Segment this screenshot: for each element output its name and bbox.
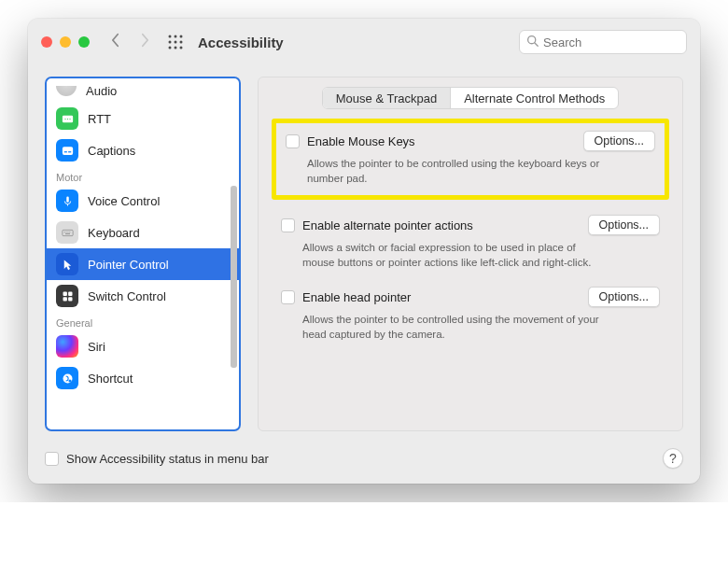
svg-rect-18	[66, 196, 69, 202]
sidebar-group-motor: Motor	[47, 166, 239, 185]
svg-rect-25	[65, 233, 70, 234]
scrollbar-thumb[interactable]	[231, 186, 237, 368]
enable-alternate-pointer-checkbox[interactable]	[281, 218, 295, 232]
enable-mouse-keys-label: Enable Mouse Keys	[307, 134, 576, 148]
back-button[interactable]	[106, 33, 123, 52]
sidebar-item-keyboard[interactable]: Keyboard	[47, 217, 239, 248]
alternate-pointer-description: Allows a switch or facial expression to …	[302, 240, 601, 270]
zoom-button[interactable]	[78, 36, 90, 48]
sidebar-item-label: Keyboard	[88, 226, 140, 240]
svg-rect-27	[68, 291, 72, 295]
svg-rect-26	[63, 291, 66, 295]
sidebar-item-voice-control[interactable]: Voice Control	[47, 185, 239, 217]
sidebar-item-audio[interactable]: Audio	[47, 78, 239, 103]
alternate-pointer-block: Enable alternate pointer actions Options…	[272, 207, 669, 279]
sidebar-item-label: Audio	[86, 84, 117, 98]
sidebar[interactable]: Audio RTT Captions Motor	[45, 77, 241, 431]
window-title: Accessibility	[198, 35, 284, 50]
switch-control-icon	[56, 285, 78, 307]
enable-head-pointer-checkbox[interactable]	[281, 290, 295, 304]
svg-point-8	[180, 47, 183, 49]
voice-control-icon	[56, 190, 78, 212]
rtt-icon	[56, 107, 78, 130]
svg-rect-23	[67, 232, 68, 232]
help-button[interactable]: ?	[663, 448, 683, 469]
svg-rect-29	[68, 297, 72, 301]
minimize-button[interactable]	[60, 36, 71, 48]
svg-line-10	[535, 43, 538, 46]
titlebar: Accessibility	[28, 19, 700, 65]
svg-rect-17	[68, 151, 71, 152]
svg-rect-28	[63, 297, 66, 301]
sidebar-item-label: Captions	[88, 144, 135, 158]
enable-alternate-pointer-label: Enable alternate pointer actions	[302, 218, 581, 232]
sidebar-item-label: Siri	[88, 340, 105, 354]
alternate-pointer-options-button[interactable]: Options...	[588, 215, 661, 235]
audio-icon	[56, 86, 77, 96]
sidebar-item-label: RTT	[88, 112, 111, 126]
show-accessibility-status-checkbox[interactable]	[45, 452, 59, 466]
svg-point-3	[169, 41, 172, 44]
show-all-icon[interactable]	[168, 35, 183, 49]
enable-mouse-keys-checkbox[interactable]	[286, 134, 300, 148]
svg-point-1	[175, 35, 177, 38]
svg-rect-22	[65, 232, 66, 232]
svg-point-5	[180, 41, 183, 44]
tab-segmented-control: Mouse & Trackpad Alternate Control Metho…	[272, 87, 669, 109]
sidebar-item-label: Switch Control	[88, 289, 166, 303]
svg-point-4	[175, 41, 177, 44]
preferences-window: Accessibility Audio RTT	[28, 19, 700, 484]
siri-icon	[56, 335, 78, 358]
captions-icon	[56, 139, 78, 162]
pointer-control-icon	[56, 253, 78, 275]
bottom-bar: Show Accessibility status in menu bar ?	[28, 441, 700, 484]
svg-point-31	[68, 379, 71, 382]
sidebar-item-shortcut[interactable]: Shortcut	[47, 362, 239, 394]
sidebar-item-siri[interactable]: Siri	[47, 330, 239, 362]
window-controls	[41, 36, 90, 48]
svg-point-13	[66, 118, 67, 119]
search-field[interactable]	[519, 30, 687, 54]
show-accessibility-status-label: Show Accessibility status in menu bar	[66, 452, 269, 466]
sidebar-item-rtt[interactable]: RTT	[47, 103, 239, 134]
svg-point-7	[175, 47, 177, 49]
sidebar-group-general: General	[47, 312, 239, 330]
sidebar-item-switch-control[interactable]: Switch Control	[47, 280, 239, 312]
svg-rect-21	[63, 232, 64, 232]
tab-alternate-control-methods[interactable]: Alternate Control Methods	[450, 88, 618, 108]
sidebar-item-label: Shortcut	[88, 372, 133, 386]
svg-rect-24	[69, 232, 70, 232]
content: Audio RTT Captions Motor	[28, 65, 700, 441]
keyboard-icon	[56, 221, 78, 244]
mouse-keys-options-button[interactable]: Options...	[583, 131, 656, 151]
tab-mouse-trackpad[interactable]: Mouse & Trackpad	[323, 88, 450, 108]
svg-point-6	[169, 47, 172, 49]
svg-rect-20	[62, 230, 72, 235]
forward-button[interactable]	[136, 33, 153, 52]
sidebar-item-label: Voice Control	[88, 194, 160, 208]
head-pointer-block: Enable head pointer Options... Allows th…	[272, 279, 669, 351]
svg-point-12	[64, 118, 65, 119]
mouse-keys-highlight: Enable Mouse Keys Options... Allows the …	[272, 119, 669, 200]
sidebar-item-captions[interactable]: Captions	[47, 134, 239, 166]
navigation	[106, 33, 153, 52]
svg-rect-15	[62, 147, 72, 155]
main-panel: Mouse & Trackpad Alternate Control Metho…	[258, 77, 683, 431]
svg-point-2	[180, 35, 183, 38]
search-icon	[526, 34, 539, 50]
enable-head-pointer-label: Enable head pointer	[302, 290, 581, 304]
svg-rect-16	[63, 151, 66, 152]
shortcut-icon	[56, 367, 78, 389]
sidebar-item-pointer-control[interactable]: Pointer Control	[47, 248, 239, 280]
head-pointer-description: Allows the pointer to be controlled usin…	[302, 312, 601, 342]
head-pointer-options-button[interactable]: Options...	[588, 287, 661, 307]
svg-point-0	[169, 35, 172, 38]
svg-point-14	[69, 118, 70, 119]
sidebar-item-label: Pointer Control	[88, 258, 169, 272]
mouse-keys-description: Allows the pointer to be controlled usin…	[307, 156, 606, 186]
close-button[interactable]	[41, 36, 52, 48]
search-input[interactable]	[543, 35, 679, 49]
